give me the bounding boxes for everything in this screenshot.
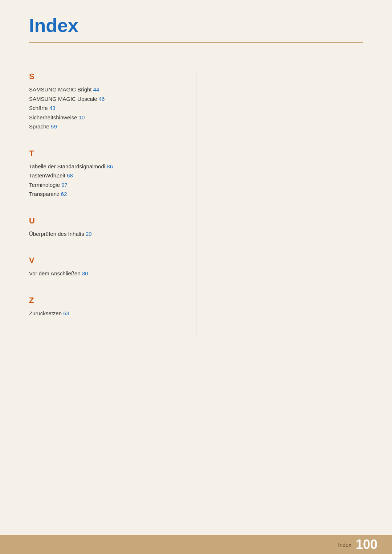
page-title: Index [29,15,363,36]
header-divider [29,42,363,43]
entry-schaerfe: Schärfe 43 [29,103,181,113]
right-column [196,72,363,335]
entry-zuruecksetzen: Zurücksetzen 63 [29,309,181,318]
section-letter-t: T [29,149,181,158]
entry-tastenwdhzeit: TastenWdhZeit 68 [29,171,181,180]
section-letter-z: Z [29,296,181,305]
entry-sicherheitshinweise: Sicherheitshinweise 10 [29,113,181,122]
entry-tabelle: Tabelle der Standardsignalmodi 86 [29,162,181,171]
section-u: U Überprüfen des Inhalts 20 [29,216,181,239]
section-t: T Tabelle der Standardsignalmodi 86 Tast… [29,149,181,199]
page-container: Index S SAMSUNG MAGIC Bright 44 SAMSUNG … [0,0,392,554]
entry-sprache: Sprache 59 [29,122,181,131]
entry-ueberpruefen: Überprüfen des Inhalts 20 [29,229,181,239]
section-s: S SAMSUNG MAGIC Bright 44 SAMSUNG MAGIC … [29,72,181,131]
section-z: Z Zurücksetzen 63 [29,296,181,318]
entry-samsung-magic-bright: SAMSUNG MAGIC Bright 44 [29,85,181,94]
section-letter-u: U [29,216,181,226]
left-column: S SAMSUNG MAGIC Bright 44 SAMSUNG MAGIC … [29,72,196,335]
footer-label: Index [338,542,351,548]
section-letter-v: V [29,256,181,265]
content-area: S SAMSUNG MAGIC Bright 44 SAMSUNG MAGIC … [0,72,392,335]
section-v: V Vor dem Anschließen 30 [29,256,181,278]
section-letter-s: S [29,72,181,81]
entry-terminologie: Terminologie 97 [29,180,181,190]
header-section: Index [0,0,392,43]
footer: Index 100 [0,535,392,554]
entry-vor-dem-anschliessen: Vor dem Anschließen 30 [29,269,181,278]
footer-page-number: 100 [356,538,377,551]
entry-transparenz: Transparenz 62 [29,189,181,199]
entry-samsung-magic-upscale: SAMSUNG MAGIC Upscale 46 [29,94,181,104]
